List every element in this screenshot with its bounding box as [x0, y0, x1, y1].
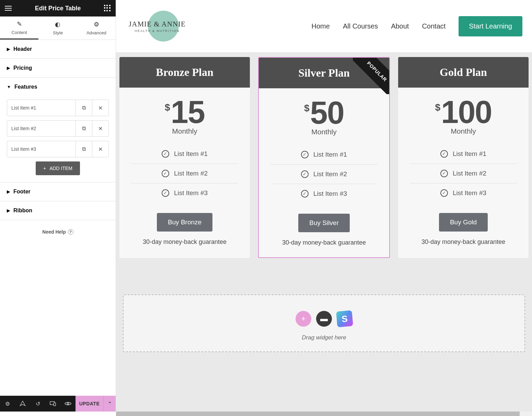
section-pricing-toggle[interactable]: ▶ Pricing [0, 59, 116, 77]
navigator-icon[interactable] [15, 396, 30, 412]
plus-icon: + [301, 314, 306, 323]
section-title: Footer [13, 189, 31, 195]
section-ribbon: ▶ Ribbon [0, 201, 116, 220]
site-logo[interactable]: JAMIE & ANNIE HEALTH & NUTRITION [123, 9, 192, 43]
section-footer-toggle[interactable]: ▶ Footer [0, 182, 116, 201]
plan-guarantee: 30-day money-back guarantee [119, 232, 250, 257]
check-circle-icon: ✓ [301, 170, 309, 178]
need-help-link[interactable]: Need Help ? [0, 220, 116, 244]
plan-features: ✓ List Item #1 ✓ List Item #2 ✓ List Ite… [119, 137, 250, 210]
close-icon[interactable]: ✕ [92, 141, 108, 157]
tab-style[interactable]: ◐ Style [38, 16, 77, 40]
plan-features: ✓ List Item #1 ✓ List Item #2 ✓ List Ite… [398, 137, 529, 210]
close-icon[interactable]: ✕ [92, 100, 108, 116]
nav-home[interactable]: Home [312, 22, 330, 30]
feature-item-label: List Item #2 [7, 121, 76, 136]
preview-icon[interactable] [60, 396, 76, 412]
update-options-button[interactable]: ⌃ [103, 396, 116, 412]
tab-advanced[interactable]: ⚙ Advanced [77, 16, 116, 40]
plus-icon: + [43, 166, 46, 171]
plan-currency: $ [304, 103, 310, 114]
pricing-card[interactable]: POPULAR Silver Plan $ 50 Monthly ✓ List … [258, 57, 390, 258]
sizzy-button[interactable]: S [336, 310, 353, 327]
editor-sidebar: Edit Price Table ✎ Content ◐ Style ⚙ Adv… [0, 0, 116, 412]
nav-about[interactable]: About [391, 22, 409, 30]
plan-currency: $ [165, 102, 170, 113]
add-section-button[interactable]: + [296, 311, 311, 327]
section-pricing: ▶ Pricing [0, 59, 116, 78]
plan-title: Gold Plan [398, 57, 529, 88]
update-label: UPDATE [79, 401, 100, 406]
feature-item[interactable]: List Item #2 ⧉ ✕ [7, 120, 109, 137]
horizontal-scrollbar[interactable] [116, 412, 532, 416]
plan-feature-text: List Item #3 [313, 190, 347, 198]
features-body: List Item #1 ⧉ ✕ List Item #2 ⧉ ✕ List I… [0, 96, 116, 182]
plan-feature-text: List Item #2 [174, 170, 208, 177]
nav-courses[interactable]: All Courses [343, 22, 378, 30]
section-header: ▶ Header [0, 40, 116, 59]
drop-hint: Drag widget here [124, 334, 524, 341]
hamburger-icon[interactable] [5, 6, 12, 11]
pencil-icon: ✎ [17, 20, 22, 28]
history-icon[interactable]: ↺ [30, 396, 45, 412]
section-header-toggle[interactable]: ▶ Header [0, 40, 116, 58]
check-circle-icon: ✓ [440, 150, 448, 158]
feature-item-label: List Item #3 [7, 141, 76, 157]
plan-feature-row: ✓ List Item #1 [410, 144, 517, 164]
caret-down-icon: ▼ [7, 85, 11, 89]
section-title: Features [14, 84, 37, 90]
pricing-cards: Bronze Plan $ 15 Monthly ✓ List Item #1 … [116, 52, 532, 258]
need-help-label: Need Help [42, 229, 66, 235]
plan-title: Bronze Plan [119, 57, 250, 88]
section-ribbon-toggle[interactable]: ▶ Ribbon [0, 201, 116, 220]
responsive-icon[interactable] [45, 396, 60, 412]
add-item-label: ADD ITEM [49, 166, 72, 171]
feature-item[interactable]: List Item #1 ⧉ ✕ [7, 100, 109, 116]
editor-tabs: ✎ Content ◐ Style ⚙ Advanced [0, 16, 116, 40]
settings-icon[interactable]: ⚙ [0, 396, 15, 412]
plan-feature-row: ✓ List Item #1 [270, 145, 378, 165]
plan-period: Monthly [259, 128, 389, 136]
pricing-card[interactable]: Gold Plan $ 100 Monthly ✓ List Item #1 ✓… [398, 57, 529, 258]
plan-features: ✓ List Item #1 ✓ List Item #2 ✓ List Ite… [259, 138, 389, 210]
update-button[interactable]: UPDATE [76, 396, 103, 412]
check-circle-icon: ✓ [162, 150, 169, 158]
caret-right-icon: ▶ [7, 208, 10, 213]
pricing-card[interactable]: Bronze Plan $ 15 Monthly ✓ List Item #1 … [119, 57, 250, 258]
plan-feature-row: ✓ List Item #3 [131, 183, 238, 203]
duplicate-icon[interactable]: ⧉ [76, 121, 92, 136]
plan-feature-text: List Item #3 [174, 189, 208, 197]
plan-feature-row: ✓ List Item #2 [410, 164, 517, 183]
nav-contact[interactable]: Contact [422, 22, 446, 30]
site-nav: Home All Courses About Contact Start Lea… [312, 16, 522, 36]
buy-button[interactable]: Buy Silver [298, 214, 350, 232]
logo-text: JAMIE & ANNIE HEALTH & NUTRITION [129, 20, 186, 33]
feature-item[interactable]: List Item #3 ⧉ ✕ [7, 141, 109, 157]
widgets-grid-icon[interactable] [104, 5, 111, 12]
section-title: Pricing [13, 65, 32, 71]
buy-button[interactable]: Buy Gold [439, 213, 488, 232]
duplicate-icon[interactable]: ⧉ [76, 141, 92, 157]
plan-guarantee: 30-day money-back guarantee [398, 232, 529, 257]
buy-button[interactable]: Buy Bronze [157, 213, 212, 232]
logo-main: JAMIE & ANNIE [129, 20, 186, 29]
scrollbar-thumb[interactable] [116, 412, 520, 416]
s-icon: S [341, 313, 348, 324]
feature-item-label: List Item #1 [7, 100, 76, 116]
add-item-button[interactable]: + ADD ITEM [36, 161, 80, 175]
plan-feature-text: List Item #2 [453, 170, 486, 177]
check-circle-icon: ✓ [440, 170, 448, 177]
tab-content[interactable]: ✎ Content [0, 16, 38, 40]
plan-price: $ 100 Monthly [398, 88, 529, 137]
section-footer: ▶ Footer [0, 182, 116, 201]
plan-feature-row: ✓ List Item #2 [270, 165, 378, 184]
duplicate-icon[interactable]: ⧉ [76, 100, 92, 116]
section-title: Ribbon [13, 207, 32, 214]
section-features-toggle[interactable]: ▼ Features [0, 78, 116, 96]
close-icon[interactable]: ✕ [92, 121, 108, 136]
tab-label: Advanced [86, 30, 106, 35]
svg-point-2 [67, 403, 69, 405]
widget-drop-zone[interactable]: + ▬ S Drag widget here [123, 294, 525, 352]
template-library-button[interactable]: ▬ [316, 311, 332, 327]
start-learning-button[interactable]: Start Learning [459, 16, 522, 36]
